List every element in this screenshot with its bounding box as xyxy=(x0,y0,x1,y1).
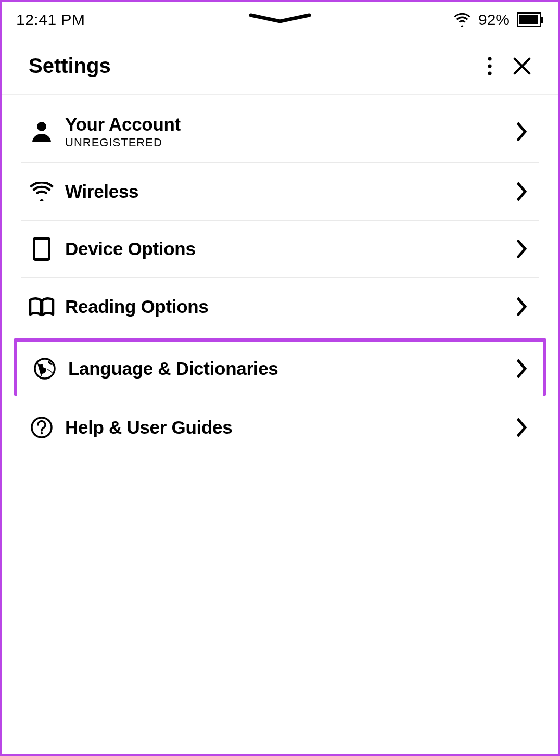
chevron-right-icon xyxy=(517,182,533,201)
help-icon xyxy=(26,416,58,439)
item-subtitle: UNREGISTERED xyxy=(65,136,517,149)
pull-down-handle-icon[interactable] xyxy=(249,13,311,24)
settings-item-language-dictionaries[interactable]: Language & Dictionaries xyxy=(14,338,546,396)
wifi-icon xyxy=(26,182,58,201)
chevron-right-icon xyxy=(517,418,533,437)
svg-point-6 xyxy=(37,122,46,131)
wifi-icon xyxy=(453,13,471,27)
settings-item-wireless[interactable]: Wireless xyxy=(21,163,539,221)
settings-item-your-account[interactable]: Your Account UNREGISTERED xyxy=(21,95,539,163)
svg-rect-2 xyxy=(541,17,543,23)
chevron-right-icon xyxy=(517,359,533,378)
item-title: Help & User Guides xyxy=(65,417,517,438)
svg-rect-1 xyxy=(519,15,538,24)
item-title: Wireless xyxy=(65,181,517,202)
battery-icon xyxy=(517,12,544,27)
settings-list: Your Account UNREGISTERED Wireless Devic… xyxy=(2,95,558,456)
settings-item-device-options[interactable]: Device Options xyxy=(21,221,539,278)
status-bar: 12:41 PM 92% xyxy=(2,2,558,38)
person-icon xyxy=(26,120,58,143)
page-header: Settings xyxy=(2,38,558,95)
settings-item-help[interactable]: Help & User Guides xyxy=(21,399,539,456)
item-title: Your Account xyxy=(65,114,517,135)
globe-icon xyxy=(29,357,61,380)
svg-point-10 xyxy=(41,432,43,434)
chevron-right-icon xyxy=(517,297,533,316)
book-icon xyxy=(26,297,58,317)
close-icon[interactable] xyxy=(513,57,531,75)
status-time: 12:41 PM xyxy=(16,11,85,29)
page-title: Settings xyxy=(29,54,111,78)
chevron-right-icon xyxy=(517,122,533,141)
svg-point-4 xyxy=(488,64,491,68)
more-options-icon[interactable] xyxy=(487,56,493,77)
item-title: Device Options xyxy=(65,238,517,259)
item-title: Language & Dictionaries xyxy=(68,358,517,379)
settings-item-reading-options[interactable]: Reading Options xyxy=(21,278,539,335)
svg-rect-7 xyxy=(34,238,49,260)
battery-percent: 92% xyxy=(478,11,510,29)
svg-point-5 xyxy=(488,71,491,75)
svg-point-3 xyxy=(488,57,491,60)
item-title: Reading Options xyxy=(65,296,517,317)
tablet-icon xyxy=(26,237,58,261)
chevron-right-icon xyxy=(517,240,533,258)
